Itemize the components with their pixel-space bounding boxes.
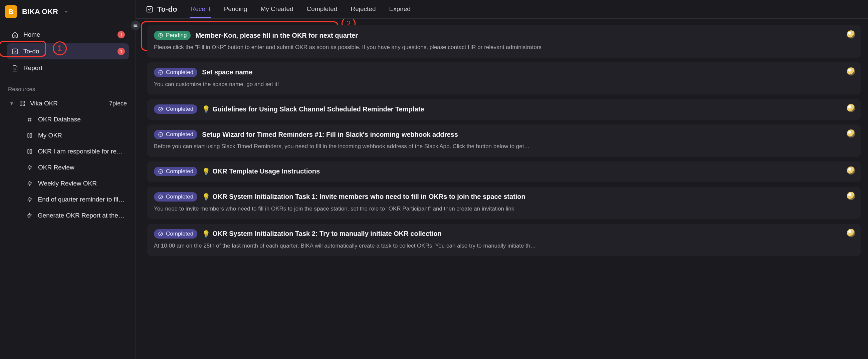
assignee-avatar[interactable] [847, 67, 855, 76]
tree-item[interactable]: OKR Database [7, 111, 129, 127]
tab-completed[interactable]: Completed [306, 1, 338, 18]
tab-expired[interactable]: Expired [388, 1, 411, 18]
check-circle-icon [158, 169, 163, 174]
bolt-icon [26, 213, 33, 219]
assignee-avatar[interactable] [847, 30, 855, 39]
sidebar: B BIKA OKR Home 1 To-do 1 [0, 0, 136, 359]
tree-item[interactable]: OKR Review [7, 160, 129, 175]
resource-tree: ▼ Vika OKR 7piece OKR DatabaseMy OKROKR … [0, 95, 135, 224]
tab-recent[interactable]: Recent [190, 1, 211, 18]
nav-todo-label: To-do [23, 48, 39, 55]
task-description: You can customize the space name, go and… [154, 80, 854, 89]
tree-item-label: Generate OKR Report at the e… [38, 212, 126, 219]
hash-icon [26, 117, 33, 123]
task-card[interactable]: CompletedSetup Wizard for Timed Reminder… [147, 125, 861, 157]
status-badge: Completed [154, 68, 197, 77]
tree-item[interactable]: Generate OKR Report at the e… [7, 207, 129, 224]
collapse-icon[interactable]: ▼ [9, 101, 15, 106]
tree-item-label: End of quarter reminder to fill … [38, 196, 126, 203]
status-badge: Completed [154, 229, 197, 238]
tree-root-label: Vika OKR [30, 100, 105, 107]
task-card[interactable]: PendingMember-Kon, please fill in the OK… [147, 25, 861, 58]
svg-rect-7 [23, 101, 25, 103]
lightbulb-icon: 💡 [202, 193, 210, 201]
assignee-avatar[interactable] [847, 166, 855, 175]
assignee-avatar[interactable] [847, 229, 855, 237]
tab-pending[interactable]: Pending [223, 1, 248, 18]
task-title: Set space name [202, 68, 252, 76]
nav-home-badge: 1 [118, 31, 125, 38]
check-circle-icon [158, 194, 163, 199]
tree-item-label: OKR I am responsible for revi… [38, 148, 126, 155]
tree-item-label: My OKR [38, 132, 62, 139]
svg-marker-21 [27, 213, 31, 218]
bolt-icon [26, 181, 33, 187]
svg-point-28 [159, 195, 163, 199]
task-card[interactable]: Completed💡OKR Template Usage Instruction… [147, 162, 861, 182]
tab-rejected[interactable]: Rejected [350, 1, 376, 18]
assignee-avatar[interactable] [847, 192, 855, 200]
tree-item-label: OKR Database [38, 116, 81, 123]
status-badge: Completed [154, 104, 197, 114]
check-circle-icon [158, 231, 163, 236]
task-description: At 10:00 am on the 25th of the last mont… [154, 242, 854, 250]
columns-icon [26, 149, 33, 155]
svg-rect-16 [28, 150, 29, 154]
task-card[interactable]: Completed💡OKR System Initialization Task… [147, 224, 861, 256]
task-description: Please click the "Fill in OKR" button to… [154, 43, 854, 52]
document-icon [11, 64, 19, 72]
checkbox-icon [11, 48, 19, 55]
task-card[interactable]: CompletedSet space nameYou can customize… [147, 62, 861, 95]
tabbar: To-do RecentPendingMy CreatedCompletedRe… [136, 0, 868, 19]
tree-item[interactable]: My OKR [7, 127, 129, 143]
svg-rect-17 [30, 150, 32, 154]
svg-line-12 [28, 118, 29, 122]
status-badge: Completed [154, 192, 197, 201]
svg-rect-9 [23, 104, 25, 106]
lightbulb-icon: 💡 [202, 105, 210, 113]
assignee-avatar[interactable] [847, 129, 855, 138]
task-card[interactable]: Completed💡OKR System Initialization Task… [147, 187, 861, 219]
task-description: Before you can start using Slack Timed R… [154, 142, 854, 151]
task-title: 💡OKR Template Usage Instructions [202, 167, 320, 175]
tree-item[interactable]: End of quarter reminder to fill … [7, 192, 129, 207]
nav-report-label: Report [23, 64, 42, 72]
status-badge: Pending [154, 31, 191, 40]
tree-item[interactable]: OKR I am responsible for revi… [7, 143, 129, 160]
svg-point-24 [159, 70, 163, 74]
tab-my-created[interactable]: My Created [260, 1, 294, 18]
svg-rect-22 [147, 6, 153, 12]
tree-root-vika-okr[interactable]: ▼ Vika OKR 7piece [7, 95, 129, 111]
lightbulb-icon: 💡 [202, 230, 210, 238]
columns-icon [26, 132, 33, 138]
task-title: Member-Kon, please fill in the OKR for n… [195, 32, 358, 39]
tree-item[interactable]: Weekly Review OKR [7, 175, 129, 192]
home-icon [11, 31, 19, 38]
svg-marker-19 [28, 181, 32, 186]
assignee-avatar[interactable] [847, 104, 855, 112]
task-card[interactable]: Completed💡Guidelines for Using Slack Cha… [147, 99, 861, 120]
page-title-text: To-do [157, 5, 177, 14]
svg-line-13 [30, 118, 31, 122]
svg-point-29 [159, 232, 163, 236]
task-title: 💡Guidelines for Using Slack Channel Sche… [202, 105, 424, 113]
task-title: 💡OKR System Initialization Task 1: Invit… [202, 193, 525, 201]
status-badge: Completed [154, 130, 197, 139]
workspace-switcher[interactable]: B BIKA OKR [0, 2, 135, 24]
collapse-sidebar-button[interactable] [131, 21, 140, 30]
svg-rect-14 [28, 133, 29, 137]
page-title: To-do [146, 5, 177, 14]
nav-home[interactable]: Home 1 [7, 27, 129, 43]
check-circle-icon [158, 132, 163, 137]
tree-item-label: Weekly Review OKR [38, 180, 97, 187]
svg-point-27 [159, 169, 163, 173]
check-circle-icon [158, 70, 163, 75]
lightbulb-icon: 💡 [202, 167, 210, 175]
status-badge: Completed [154, 167, 197, 176]
check-circle-icon [158, 106, 163, 112]
nav-todo[interactable]: To-do 1 [7, 43, 129, 59]
resources-label: Resources [0, 80, 135, 95]
clock-icon [158, 33, 163, 38]
workspace-logo: B [5, 5, 18, 18]
nav-report[interactable]: Report [7, 60, 129, 76]
